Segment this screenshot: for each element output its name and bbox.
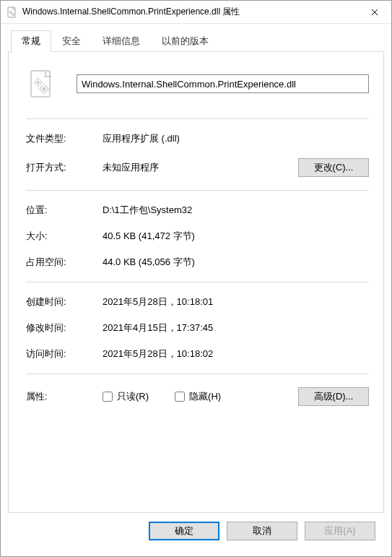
titlebar: Windows.Internal.ShellCommon.PrintExperi… xyxy=(1,1,391,24)
hidden-checkbox-label[interactable]: 隐藏(H) xyxy=(175,390,221,403)
row-size: 大小: 40.5 KB (41,472 字节) xyxy=(26,230,369,243)
dialog-footer: 确定 取消 应用(A) xyxy=(8,513,384,549)
file-header xyxy=(26,68,369,100)
client-area: 常规 安全 详细信息 以前的版本 xyxy=(1,24,391,556)
general-panel: 文件类型: 应用程序扩展 (.dll) 打开方式: 未知应用程序 更改(C)..… xyxy=(8,51,384,513)
value-openwith: 未知应用程序 xyxy=(103,161,298,174)
label-location: 位置: xyxy=(26,204,103,217)
label-size: 大小: xyxy=(26,230,103,243)
row-location: 位置: D:\1工作包\System32 xyxy=(26,204,369,217)
readonly-checkbox-label[interactable]: 只读(R) xyxy=(103,390,149,403)
window-title: Windows.Internal.ShellCommon.PrintExperi… xyxy=(22,6,358,18)
value-size: 40.5 KB (41,472 字节) xyxy=(103,230,369,243)
tabstrip: 常规 安全 详细信息 以前的版本 xyxy=(11,30,384,51)
svg-rect-0 xyxy=(8,7,15,17)
properties-window: Windows.Internal.ShellCommon.PrintExperi… xyxy=(0,0,392,557)
row-accessed: 访问时间: 2021年5月28日，10:18:02 xyxy=(26,347,369,360)
label-modified: 修改时间: xyxy=(26,321,103,334)
hidden-checkbox[interactable] xyxy=(175,392,185,402)
label-attributes: 属性: xyxy=(26,390,103,403)
value-filetype: 应用程序扩展 (.dll) xyxy=(103,132,369,145)
hidden-text: 隐藏(H) xyxy=(189,390,221,403)
tab-details[interactable]: 详细信息 xyxy=(92,30,151,52)
svg-point-5 xyxy=(38,82,40,84)
readonly-text: 只读(R) xyxy=(117,390,149,403)
separator xyxy=(26,190,369,191)
readonly-checkbox[interactable] xyxy=(103,392,113,402)
close-button[interactable] xyxy=(358,1,391,24)
value-location: D:\1工作包\System32 xyxy=(103,204,369,217)
advanced-button[interactable]: 高级(D)... xyxy=(298,387,369,406)
close-icon xyxy=(371,9,378,16)
ok-button[interactable]: 确定 xyxy=(149,522,219,540)
row-openwith: 打开方式: 未知应用程序 更改(C)... xyxy=(26,158,369,177)
dll-file-icon xyxy=(26,68,58,100)
value-modified: 2021年4月15日，17:37:45 xyxy=(103,321,369,334)
row-modified: 修改时间: 2021年4月15日，17:37:45 xyxy=(26,321,369,334)
label-accessed: 访问时间: xyxy=(26,347,103,360)
filename-input[interactable] xyxy=(77,74,369,93)
label-sizeondisk: 占用空间: xyxy=(26,256,103,269)
separator xyxy=(26,282,369,282)
row-created: 创建时间: 2021年5月28日，10:18:01 xyxy=(26,295,369,308)
label-openwith: 打开方式: xyxy=(26,161,103,174)
value-created: 2021年5月28日，10:18:01 xyxy=(103,295,369,308)
change-button[interactable]: 更改(C)... xyxy=(298,158,369,177)
value-sizeondisk: 44.0 KB (45,056 字节) xyxy=(103,256,369,269)
separator xyxy=(26,374,369,374)
file-properties-icon xyxy=(6,7,18,18)
row-filetype: 文件类型: 应用程序扩展 (.dll) xyxy=(26,132,369,145)
separator xyxy=(26,118,369,119)
cancel-button[interactable]: 取消 xyxy=(227,522,297,540)
label-created: 创建时间: xyxy=(26,295,103,308)
tab-previous-versions[interactable]: 以前的版本 xyxy=(151,30,219,52)
tab-general[interactable]: 常规 xyxy=(11,30,51,52)
svg-point-7 xyxy=(43,87,45,90)
apply-button[interactable]: 应用(A) xyxy=(305,522,375,540)
value-accessed: 2021年5月28日，10:18:02 xyxy=(103,347,369,360)
row-sizeondisk: 占用空间: 44.0 KB (45,056 字节) xyxy=(26,256,369,269)
tab-security[interactable]: 安全 xyxy=(51,30,92,52)
row-attributes: 属性: 只读(R) 隐藏(H) 高级(D)... xyxy=(26,387,369,406)
label-filetype: 文件类型: xyxy=(26,132,103,145)
